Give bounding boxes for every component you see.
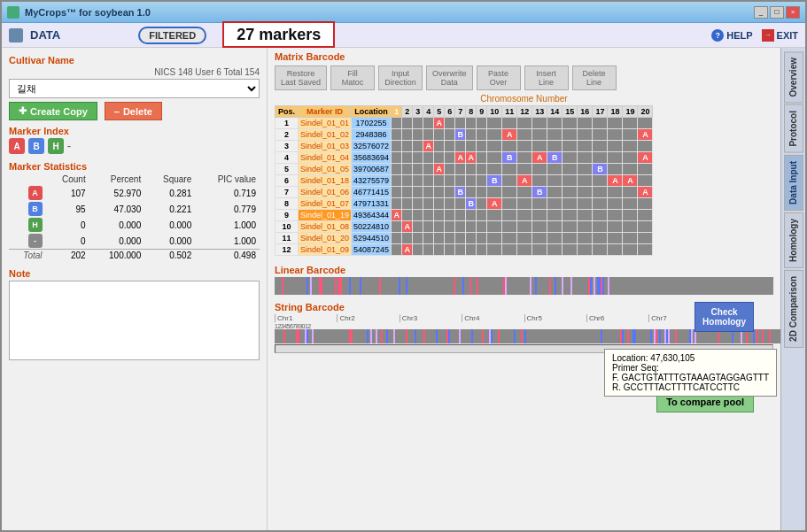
grid-cell[interactable] [445, 118, 455, 129]
grid-cell[interactable] [487, 141, 502, 152]
table-row[interactable]: 3Sindel_01_0332576072A [275, 141, 653, 152]
grid-cell[interactable] [623, 164, 638, 175]
grid-cell[interactable] [487, 244, 502, 256]
grid-cell[interactable] [517, 141, 532, 152]
grid-cell[interactable] [638, 141, 653, 152]
grid-cell[interactable] [638, 118, 653, 129]
grid-cell[interactable] [466, 141, 477, 152]
grid-cell[interactable] [547, 175, 563, 187]
grid-cell[interactable] [578, 175, 593, 187]
tab-overview[interactable]: Overview [784, 51, 803, 103]
grid-cell[interactable] [392, 129, 402, 141]
grid-cell[interactable] [434, 244, 445, 256]
grid-cell[interactable] [532, 129, 547, 141]
grid-cell[interactable] [423, 221, 434, 233]
marker-b-badge[interactable]: B [28, 138, 44, 154]
grid-cell[interactable] [477, 233, 487, 244]
grid-cell[interactable] [608, 141, 623, 152]
grid-cell[interactable] [434, 221, 445, 233]
grid-cell[interactable] [392, 221, 402, 233]
grid-cell[interactable] [578, 152, 593, 164]
grid-cell[interactable] [608, 210, 623, 221]
table-row[interactable]: 2Sindel_01_022948386BAA [275, 129, 653, 141]
grid-cell[interactable]: A [402, 221, 413, 233]
grid-cell[interactable] [563, 244, 578, 256]
grid-cell[interactable] [547, 210, 563, 221]
grid-cell[interactable] [423, 152, 434, 164]
grid-cell[interactable] [445, 141, 455, 152]
grid-cell[interactable] [434, 198, 445, 210]
grid-cell[interactable] [402, 233, 413, 244]
grid-cell[interactable] [392, 164, 402, 175]
grid-cell[interactable] [623, 221, 638, 233]
grid-cell[interactable] [608, 164, 623, 175]
grid-cell[interactable] [532, 221, 547, 233]
grid-cell[interactable] [445, 152, 455, 164]
restore-button[interactable]: RestoreLast Saved [275, 66, 327, 90]
grid-cell[interactable]: B [547, 152, 563, 164]
overwrite-data-button[interactable]: OverwriteData [426, 66, 473, 90]
grid-cell[interactable] [547, 164, 563, 175]
grid-cell[interactable] [402, 129, 413, 141]
grid-cell[interactable] [423, 164, 434, 175]
grid-cell[interactable] [392, 187, 402, 198]
grid-cell[interactable] [502, 164, 517, 175]
grid-cell[interactable] [608, 187, 623, 198]
tab-protocol[interactable]: Protocol [784, 104, 803, 153]
grid-cell[interactable]: A [623, 175, 638, 187]
grid-cell[interactable] [517, 221, 532, 233]
grid-cell[interactable] [466, 175, 477, 187]
maximize-button[interactable]: □ [770, 6, 784, 19]
grid-cell[interactable] [563, 141, 578, 152]
grid-cell[interactable] [423, 210, 434, 221]
grid-cell[interactable] [423, 187, 434, 198]
grid-cell[interactable] [466, 210, 477, 221]
grid-cell[interactable] [638, 244, 653, 256]
grid-cell[interactable] [392, 175, 402, 187]
paste-over-button[interactable]: PasteOver [477, 66, 521, 90]
grid-cell[interactable] [563, 129, 578, 141]
grid-cell[interactable] [477, 152, 487, 164]
grid-cell[interactable]: A [434, 118, 445, 129]
grid-cell[interactable] [423, 198, 434, 210]
grid-cell[interactable] [593, 210, 608, 221]
grid-cell[interactable]: A [638, 129, 653, 141]
grid-cell[interactable] [638, 221, 653, 233]
grid-cell[interactable] [434, 210, 445, 221]
grid-cell[interactable] [392, 233, 402, 244]
grid-cell[interactable] [547, 198, 563, 210]
grid-cell[interactable] [487, 118, 502, 129]
grid-cell[interactable] [423, 129, 434, 141]
grid-cell[interactable] [517, 210, 532, 221]
grid-cell[interactable] [477, 187, 487, 198]
grid-cell[interactable] [578, 187, 593, 198]
grid-cell[interactable]: A [423, 141, 434, 152]
grid-cell[interactable] [392, 141, 402, 152]
table-row[interactable]: 9Sindel_01_1949364344A [275, 210, 653, 221]
minimize-button[interactable]: _ [754, 6, 768, 19]
grid-cell[interactable] [466, 244, 477, 256]
grid-cell[interactable] [402, 141, 413, 152]
grid-cell[interactable] [563, 187, 578, 198]
grid-cell[interactable] [608, 129, 623, 141]
grid-cell[interactable]: A [487, 198, 502, 210]
grid-cell[interactable] [455, 141, 466, 152]
table-row[interactable]: 8Sindel_01_0747971331BA [275, 198, 653, 210]
grid-cell[interactable] [638, 210, 653, 221]
grid-cell[interactable] [502, 141, 517, 152]
grid-cell[interactable] [593, 141, 608, 152]
grid-cell[interactable]: A [466, 152, 477, 164]
grid-cell[interactable]: A [402, 244, 413, 256]
grid-cell[interactable] [547, 244, 563, 256]
grid-cell[interactable] [445, 129, 455, 141]
grid-cell[interactable] [593, 118, 608, 129]
grid-cell[interactable] [547, 187, 563, 198]
grid-cell[interactable]: A [638, 152, 653, 164]
grid-cell[interactable] [532, 198, 547, 210]
grid-cell[interactable]: B [455, 187, 466, 198]
grid-cell[interactable] [623, 198, 638, 210]
grid-cell[interactable] [517, 129, 532, 141]
grid-cell[interactable]: A [392, 210, 402, 221]
grid-cell[interactable] [392, 118, 402, 129]
grid-cell[interactable]: B [502, 152, 517, 164]
